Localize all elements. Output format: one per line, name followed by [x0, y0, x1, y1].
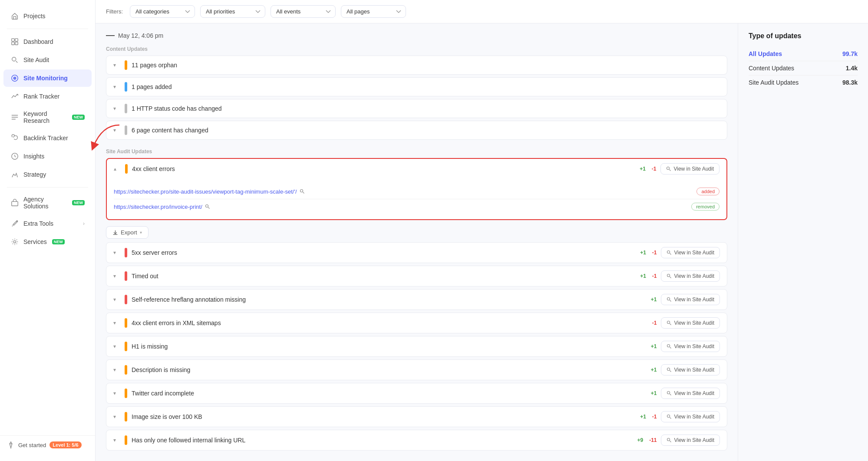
get-started[interactable]: Get started Level 1: 5/6: [7, 441, 88, 449]
update-row-5xx[interactable]: ▾ 5xx server errors +1 -1 View in Site A…: [106, 242, 727, 263]
update-row-orphan[interactable]: ▾ 11 pages orphan: [106, 56, 727, 75]
row-title-image-size: Image size is over 100 KB: [132, 413, 632, 420]
sidebar-label-insights: Insights: [23, 153, 44, 160]
services-new-badge: NEW: [52, 239, 65, 244]
search-icon: [666, 166, 671, 171]
date-header: May 12, 4:06 pm: [106, 32, 727, 39]
url-link-2[interactable]: https://sitechecker.pro/invoice-print/: [114, 204, 202, 210]
date-line: [106, 35, 115, 36]
view-audit-btn-twitter[interactable]: View in Site Audit: [661, 388, 720, 399]
export-button[interactable]: Export ▾: [106, 226, 149, 239]
main-content: Filters: All categories All priorities A…: [96, 0, 868, 461]
sidebar-item-dashboard[interactable]: Dashboard: [3, 33, 92, 50]
update-row-page-content[interactable]: ▾ 6 page content has changed: [106, 121, 727, 140]
view-audit-label-linking: View in Site Audit: [674, 437, 714, 443]
filter-priorities[interactable]: All priorities: [200, 5, 265, 18]
update-row-twitter[interactable]: ▾ Twitter card incomplete +1 View in Sit…: [106, 383, 727, 404]
update-row-hreflang[interactable]: ▾ Self-reference hreflang annotation mis…: [106, 289, 727, 310]
update-row-4xx-xml[interactable]: ▾ 4xx client errors in XML sitemaps -1 V…: [106, 313, 727, 333]
update-row-4xx-expanded[interactable]: ▴ 4xx client errors +1 -1 View in Site A…: [106, 158, 727, 179]
sidebar-item-agency-solutions[interactable]: Agency Solutions NEW: [3, 191, 92, 214]
chevron-down-twitter: ▾: [113, 390, 120, 396]
sidebar-item-keyword-research[interactable]: Keyword Research NEW: [3, 106, 92, 128]
dashboard-icon: [10, 37, 19, 46]
main-panel: May 12, 4:06 pm Content Updates ▾ 11 pag…: [96, 23, 738, 461]
chevron-down-description: ▾: [113, 367, 120, 373]
sidebar-item-site-audit[interactable]: Site Audit: [3, 51, 92, 69]
monitoring-icon: [10, 74, 19, 82]
sidebar-item-projects[interactable]: Projects: [3, 7, 92, 25]
update-row-description[interactable]: ▾ Description is missing +1 View in Site…: [106, 359, 727, 380]
priority-bar-4xx-xml: [125, 318, 127, 328]
row-title-description: Description is missing: [132, 366, 643, 373]
priority-bar-blue: [125, 82, 127, 92]
update-row-h1[interactable]: ▾ H1 is missing +1 View in Site Audit: [106, 336, 727, 357]
svg-rect-3: [15, 42, 18, 45]
sidebar-item-services[interactable]: Services NEW: [3, 233, 92, 250]
sidebar-item-rank-tracker[interactable]: Rank Tracker: [3, 88, 92, 105]
view-audit-btn-4xx[interactable]: View in Site Audit: [660, 163, 719, 175]
delta-minus-linking: -11: [649, 437, 657, 443]
sidebar-item-extra-tools[interactable]: Extra Tools ›: [3, 215, 92, 232]
search-icon-linking: [667, 438, 672, 443]
svg-point-19: [667, 345, 670, 347]
search-icon-twitter: [667, 391, 672, 396]
update-type-row-all[interactable]: All Updates 99.7k: [749, 47, 858, 61]
sidebar-divider-1: [7, 29, 88, 29]
update-type-row-site-audit[interactable]: Site Audit Updates 98.3k: [749, 76, 858, 89]
chevron-down-timeout: ▾: [113, 273, 120, 279]
update-type-row-content[interactable]: Content Updates 1.4k: [749, 61, 858, 76]
view-audit-btn-4xx-xml[interactable]: View in Site Audit: [661, 317, 720, 329]
svg-rect-9: [12, 201, 18, 206]
chevron-up-icon: ▴: [114, 166, 121, 172]
sidebar-item-site-monitoring[interactable]: Site Monitoring: [3, 69, 92, 87]
priority-bar-5xx: [125, 248, 127, 257]
view-audit-label-description: View in Site Audit: [674, 367, 714, 373]
update-row-http-status[interactable]: ▾ 1 HTTP status code has changed: [106, 99, 727, 118]
view-audit-btn-timeout[interactable]: View in Site Audit: [661, 270, 720, 282]
priority-bar-gray: [125, 104, 127, 113]
filter-events[interactable]: All events: [271, 5, 336, 18]
delta-minus-4xx: -1: [652, 166, 657, 172]
view-audit-btn-5xx[interactable]: View in Site Audit: [661, 247, 720, 258]
row-title-timed-out: Timed out: [132, 273, 632, 280]
tools-icon: [10, 219, 19, 228]
sidebar-label-backlink-tracker: Backlink Tracker: [23, 135, 68, 142]
tag-added-1: added: [696, 188, 719, 195]
view-audit-btn-hreflang[interactable]: View in Site Audit: [661, 294, 720, 305]
sidebar-bottom: Get started Level 1: 5/6: [0, 435, 95, 454]
update-type-label-content: Content Updates: [749, 65, 794, 72]
update-type-label-all: All Updates: [749, 50, 782, 57]
sidebar-item-strategy[interactable]: Strategy: [3, 166, 92, 183]
search-icon-description: [667, 367, 672, 372]
update-row-image-size[interactable]: ▾ Image size is over 100 KB +1 -1 View i…: [106, 406, 727, 427]
svg-point-16: [667, 274, 670, 277]
view-audit-btn-linking[interactable]: View in Site Audit: [661, 435, 720, 446]
svg-point-4: [12, 57, 16, 61]
expanded-url-row-1: https://sitechecker.pro/site-audit-issue…: [114, 184, 719, 199]
view-audit-btn-description[interactable]: View in Site Audit: [661, 364, 720, 375]
update-row-timed-out[interactable]: ▾ Timed out +1 -1 View in Site Audit: [106, 266, 727, 286]
delta-minus-5xx: -1: [652, 250, 657, 256]
delta-minus-image: -1: [652, 414, 657, 420]
sidebar-item-insights[interactable]: Insights: [3, 148, 92, 165]
site-audit-updates-title: Site Audit Updates: [106, 148, 727, 155]
update-row-internal-linking[interactable]: ▾ Has only one followed internal linking…: [106, 430, 727, 451]
chevron-down-icon-4: ▾: [113, 127, 120, 133]
home-icon: [10, 12, 19, 20]
chevron-down-hreflang: ▾: [113, 296, 120, 303]
chevron-down-5xx: ▾: [113, 250, 120, 256]
download-icon: [112, 230, 118, 235]
sidebar-item-backlink-tracker[interactable]: Backlink Tracker: [3, 129, 92, 147]
row-title-twitter: Twitter card incomplete: [132, 390, 643, 397]
agency-new-badge: NEW: [72, 200, 85, 205]
view-audit-btn-h1[interactable]: View in Site Audit: [661, 341, 720, 352]
export-chevron: ▾: [140, 230, 142, 235]
update-row-pages-added[interactable]: ▾ 1 pages added: [106, 77, 727, 96]
url-link-1[interactable]: https://sitechecker.pro/site-audit-issue…: [114, 188, 297, 195]
filter-categories[interactable]: All categories: [130, 5, 195, 18]
search-icon-h1: [667, 344, 672, 349]
view-audit-label-4xx-xml: View in Site Audit: [674, 320, 714, 326]
filter-pages[interactable]: All pages: [341, 5, 406, 18]
view-audit-btn-image[interactable]: View in Site Audit: [661, 411, 720, 422]
